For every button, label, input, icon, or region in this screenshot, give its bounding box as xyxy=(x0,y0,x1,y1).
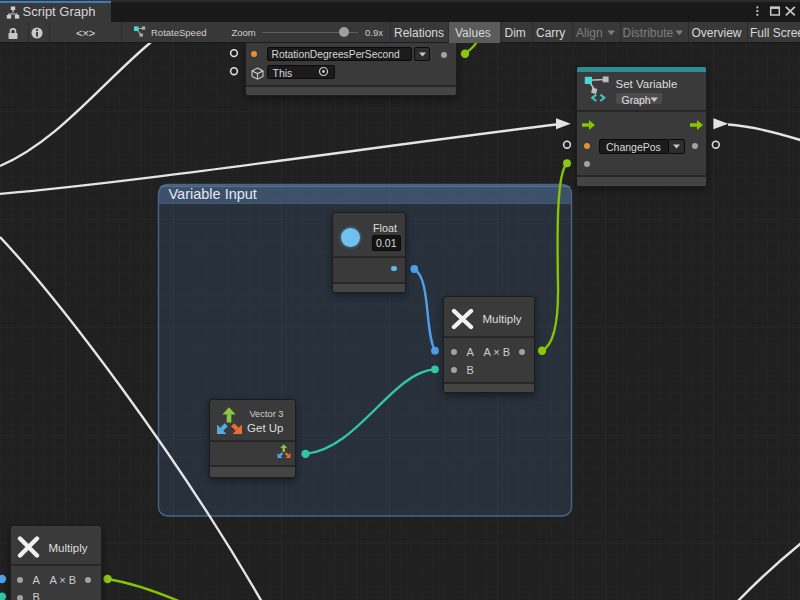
svg-text:Variable Input: Variable Input xyxy=(169,186,257,202)
